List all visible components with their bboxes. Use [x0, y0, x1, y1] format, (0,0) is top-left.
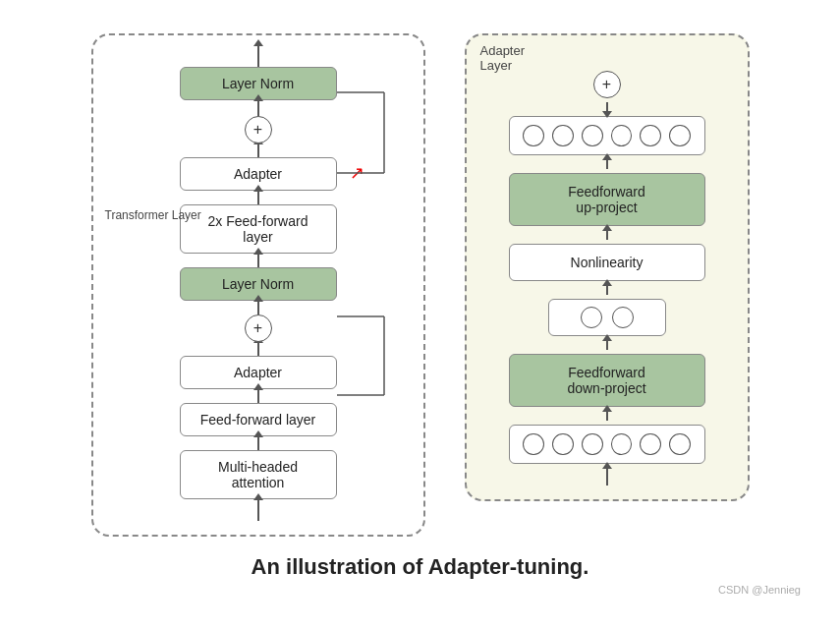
cursor-indicator: ↙	[350, 163, 364, 185]
right-plus-container: +	[593, 71, 621, 98]
arrow-to-plus-top	[257, 100, 259, 116]
circle-6	[669, 125, 691, 146]
left-diagram-wrapper: Layer Norm + Adapter 2x Feed-forward lay…	[91, 33, 425, 537]
circle-2	[552, 125, 574, 146]
arrow-4	[257, 342, 259, 356]
right-arrow-6	[606, 411, 608, 421]
small-circle-1	[581, 307, 602, 328]
right-arrow-3	[606, 230, 608, 240]
bot-circle-4	[611, 433, 633, 455]
small-circle-2	[612, 307, 634, 328]
arrow-3	[257, 301, 259, 314]
ff-up-project-block: Feedforward up-project	[509, 173, 705, 226]
bot-circle-1	[523, 433, 544, 455]
plus-circle-mid: +	[245, 314, 272, 342]
plus-row-top	[113, 100, 404, 116]
right-arrow-4	[606, 285, 608, 295]
right-arrow-7	[606, 468, 608, 486]
circle-1	[523, 125, 544, 146]
arrow-1	[257, 191, 259, 204]
feed-forward-2x-block: 2x Feed-forward layer	[180, 204, 337, 254]
small-circles-row	[548, 299, 666, 336]
diagrams-row: Layer Norm + Adapter 2x Feed-forward lay…	[20, 33, 820, 537]
right-arrow-1	[606, 102, 608, 112]
arrow-5	[257, 389, 259, 403]
right-arrow-2	[606, 159, 608, 169]
arrow-6	[257, 436, 259, 450]
transformer-layer-label: Transformer Layer	[105, 207, 201, 224]
bot-circle-3	[582, 433, 603, 455]
right-plus-circle: +	[593, 71, 621, 98]
bot-circle-5	[640, 433, 661, 455]
circle-3	[582, 125, 603, 146]
watermark: CSDN @Jennieg	[718, 584, 801, 596]
multi-head-attn-block: Multi-headed attention	[180, 450, 337, 499]
right-diagram-wrapper: AdapterLayer +	[465, 33, 750, 501]
left-diagram: Layer Norm + Adapter 2x Feed-forward lay…	[91, 33, 425, 537]
right-diagram: AdapterLayer +	[465, 33, 750, 501]
right-arrow-5	[606, 340, 608, 350]
nonlinearity-block: Nonlinearity	[509, 244, 705, 281]
bottom-circles-row	[509, 425, 705, 464]
arrow-below-plus-top	[257, 143, 259, 157]
ff-down-project-block: Feedforward down-project	[509, 354, 705, 407]
top-arrow-left	[257, 45, 259, 67]
main-container: Layer Norm + Adapter 2x Feed-forward lay…	[0, 24, 840, 605]
plus-container-top: +	[113, 116, 404, 143]
bot-circle-6	[669, 433, 691, 455]
bot-circle-2	[552, 433, 574, 455]
top-circles-row	[509, 116, 705, 155]
circle-4	[611, 125, 633, 146]
bottom-arrow-left	[257, 499, 259, 521]
caption: An illustration of Adapter-tuning.	[252, 554, 589, 580]
adapter-layer-label: AdapterLayer	[480, 43, 526, 73]
arrow-2	[257, 254, 259, 267]
circle-5	[640, 125, 661, 146]
plus-circle-top: +	[245, 116, 272, 143]
plus-container-mid: +	[113, 314, 404, 342]
